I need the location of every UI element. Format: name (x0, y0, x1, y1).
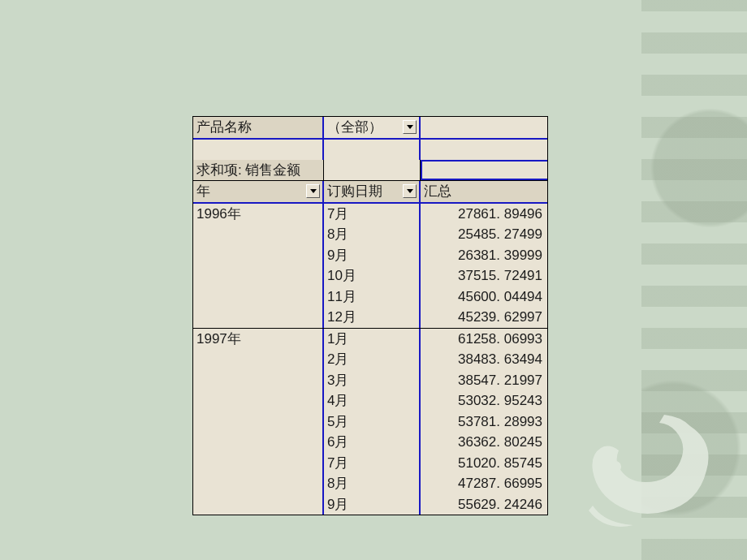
value-cell: 47287. 66995 (421, 473, 547, 494)
table-row: 11月45600. 04494 (324, 286, 547, 308)
month-cell: 5月 (324, 411, 421, 433)
month-block: 7月27861. 894968月25485. 274999月26381. 399… (324, 204, 547, 328)
value-cell: 37515. 72491 (421, 265, 547, 286)
table-row: 2月38483. 63494 (324, 349, 547, 370)
table-row: 7月27861. 89496 (324, 204, 547, 225)
value-cell: 27861. 89496 (421, 204, 547, 225)
spacer-cell (324, 140, 421, 160)
filter-value-text: （全部） (327, 117, 382, 138)
month-cell: 2月 (324, 349, 421, 370)
svg-point-0 (610, 461, 621, 472)
header-year-label: 年 (196, 181, 210, 202)
month-cell: 8月 (324, 473, 421, 494)
table-row: 9月55629. 24246 (324, 494, 547, 515)
header-total: 汇总 (421, 181, 547, 202)
value-cell: 45600. 04494 (421, 286, 547, 308)
filter-field-label: 产品名称 (193, 117, 324, 138)
month-cell: 9月 (324, 245, 421, 266)
table-row: 12月45239. 62997 (324, 307, 547, 328)
table-row: 10月37515. 72491 (324, 265, 547, 286)
value-cell: 38483. 63494 (421, 349, 547, 370)
month-cell: 9月 (324, 494, 421, 515)
blank-cell (324, 160, 421, 181)
month-cell: 7月 (324, 204, 421, 225)
chevron-down-icon[interactable] (403, 184, 417, 198)
table-row: 3月38547. 21997 (324, 370, 547, 391)
month-block: 1月61258. 069932月38483. 634943月38547. 219… (324, 329, 547, 515)
table-row: 8月25485. 27499 (324, 224, 547, 245)
table-row: 9月26381. 39999 (324, 245, 547, 266)
header-order-date-label: 订购日期 (327, 181, 382, 202)
table-row: 4月53032. 95243 (324, 390, 547, 411)
chevron-down-icon[interactable] (403, 120, 417, 134)
value-cell: 25485. 27499 (421, 224, 547, 245)
blank-cell-highlight (421, 160, 547, 181)
chevron-down-icon[interactable] (306, 184, 320, 198)
blank-cell (421, 117, 547, 138)
value-cell: 38547. 21997 (421, 370, 547, 391)
value-cell: 53781. 28993 (421, 411, 547, 433)
table-row: 6月36362. 80245 (324, 432, 547, 453)
month-cell: 3月 (324, 370, 421, 391)
table-row: 8月47287. 66995 (324, 473, 547, 494)
year-group: 1997年1月61258. 069932月38483. 634943月38547… (193, 329, 547, 515)
month-cell: 10月 (324, 265, 421, 286)
spacer-cell (193, 140, 324, 160)
month-cell: 1月 (324, 329, 421, 350)
value-cell: 53032. 95243 (421, 390, 547, 411)
value-cell: 36362. 80245 (421, 432, 547, 453)
month-cell: 7月 (324, 453, 421, 474)
year-group: 1996年7月27861. 894968月25485. 274999月26381… (193, 204, 547, 329)
value-cell: 51020. 85745 (421, 453, 547, 474)
table-row: 7月51020. 85745 (324, 453, 547, 474)
filter-value-dropdown[interactable]: （全部） (324, 117, 421, 138)
value-cell: 55629. 24246 (421, 494, 547, 515)
pivot-table: 产品名称 （全部） 求和项: 销售金额 年 订购日期 汇总 1996年7月278… (193, 117, 547, 515)
spacer-cell (421, 140, 547, 160)
decorative-band (641, 0, 747, 560)
measure-label: 求和项: 销售金额 (193, 160, 324, 181)
month-cell: 12月 (324, 307, 421, 328)
month-cell: 8月 (324, 224, 421, 245)
value-cell: 61258. 06993 (421, 329, 547, 350)
value-cell: 26381. 39999 (421, 245, 547, 266)
data-body: 1996年7月27861. 894968月25485. 274999月26381… (193, 204, 547, 515)
month-cell: 6月 (324, 432, 421, 453)
table-row: 1月61258. 06993 (324, 329, 547, 350)
month-cell: 4月 (324, 390, 421, 411)
table-row: 5月53781. 28993 (324, 411, 547, 433)
year-cell: 1997年 (193, 329, 324, 515)
year-cell: 1996年 (193, 204, 324, 328)
value-cell: 45239. 62997 (421, 307, 547, 328)
header-year[interactable]: 年 (193, 181, 324, 202)
header-order-date[interactable]: 订购日期 (324, 181, 421, 202)
month-cell: 11月 (324, 286, 421, 308)
